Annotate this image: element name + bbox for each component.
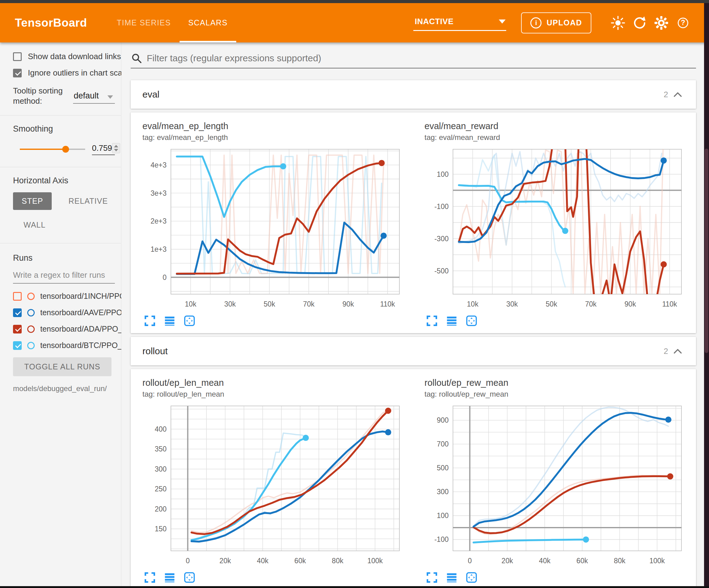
svg-text:3e+3: 3e+3 xyxy=(151,189,166,197)
info-icon: i xyxy=(530,17,542,28)
run-row-btc[interactable]: tensorboard/BTC/PPO_1 xyxy=(13,341,115,350)
fit-domain-button[interactable] xyxy=(184,315,195,328)
svg-text:1e+3: 1e+3 xyxy=(151,245,166,253)
section-chart-count: 2 xyxy=(664,347,668,356)
chart-tile-ep-len-mean: rollout/ep_len_mean tag: rollout/ep_len_… xyxy=(142,378,411,586)
tab-scalars[interactable]: SCALARS xyxy=(180,3,236,43)
svg-text:350: 350 xyxy=(155,445,166,453)
svg-text:30k: 30k xyxy=(506,300,518,308)
brightness-toggle-button[interactable] xyxy=(609,14,627,32)
line-chart[interactable]: 020k40k60k80k100k900700500300100-100 xyxy=(424,402,693,570)
scrollbar-thumb[interactable] xyxy=(705,149,708,353)
svg-text:50k: 50k xyxy=(546,300,558,308)
svg-text:300: 300 xyxy=(155,465,166,473)
settings-sidebar: Show data download links Ignore outliers… xyxy=(0,43,121,586)
fit-domain-button[interactable] xyxy=(466,315,477,328)
chart-title: rollout/ep_rew_mean xyxy=(424,378,693,388)
help-button[interactable]: ? xyxy=(674,14,692,32)
toggle-all-runs-button[interactable]: TOGGLE ALL RUNS xyxy=(13,357,111,376)
settings-button[interactable] xyxy=(653,14,670,32)
status-dropdown[interactable]: INACTIVE xyxy=(413,15,506,31)
svg-text:2e+3: 2e+3 xyxy=(151,217,166,225)
svg-text:100: 100 xyxy=(437,170,449,178)
runs-filter-field xyxy=(13,269,115,284)
fit-domain-button[interactable] xyxy=(466,572,477,584)
line-chart[interactable]: 10k30k50k70k90k110k100-100-300-500 xyxy=(424,145,693,313)
slider-thumb[interactable] xyxy=(62,146,69,153)
refresh-button[interactable] xyxy=(631,14,648,32)
smoothing-value-box[interactable]: 0.759 xyxy=(92,143,115,155)
svg-text:-300: -300 xyxy=(435,235,449,243)
run-checkbox[interactable] xyxy=(13,325,22,333)
svg-text:-100: -100 xyxy=(435,203,449,210)
expand-chart-button[interactable] xyxy=(426,315,438,328)
toggle-y-axis-button[interactable] xyxy=(446,572,457,584)
svg-text:200: 200 xyxy=(155,505,166,513)
run-row-1inch[interactable]: tensorboard/1INCH/PPO_1 xyxy=(13,292,115,301)
chart-tag: tag: rollout/ep_len_mean xyxy=(142,390,411,399)
chart-title: rollout/ep_len_mean xyxy=(142,378,411,388)
expand-chart-button[interactable] xyxy=(426,572,438,584)
chart-tag: tag: rollout/ep_rew_mean xyxy=(424,390,693,399)
svg-text:100k: 100k xyxy=(367,557,383,565)
chevron-up-icon[interactable] xyxy=(673,348,682,354)
svg-text:60k: 60k xyxy=(577,557,588,565)
section-header-eval[interactable]: eval 2 xyxy=(131,80,696,109)
smoothing-slider[interactable] xyxy=(20,149,85,150)
run-color-swatch xyxy=(27,309,35,316)
smoothing-value: 0.759 xyxy=(92,143,112,153)
expand-chart-button[interactable] xyxy=(144,315,155,328)
show-download-links-checkbox[interactable]: Show data download links xyxy=(13,52,115,61)
expand-chart-button[interactable] xyxy=(144,572,155,584)
runs-log-directory: models/debugged_eval_run/ xyxy=(13,384,115,393)
search-icon xyxy=(131,53,142,63)
svg-text:10k: 10k xyxy=(467,300,479,308)
brightness-icon xyxy=(611,16,625,30)
stepper-up-icon[interactable] xyxy=(114,145,118,147)
section-body-eval: eval/mean_ep_length tag: eval/mean_ep_le… xyxy=(131,112,696,333)
checkbox-icon[interactable] xyxy=(13,52,22,61)
line-chart[interactable]: 10k30k50k70k90k110k01e+32e+33e+34e+3 xyxy=(142,145,411,313)
run-color-swatch xyxy=(27,292,35,300)
toggle-y-axis-button[interactable] xyxy=(164,315,175,328)
svg-text:70k: 70k xyxy=(585,300,597,308)
svg-text:300: 300 xyxy=(437,488,449,496)
run-name: tensorboard/ADA/PPO_1 xyxy=(40,325,127,333)
svg-text:40k: 40k xyxy=(257,557,269,565)
ignore-outliers-checkbox[interactable]: Ignore outliers in chart scaling xyxy=(13,68,115,78)
svg-text:40k: 40k xyxy=(539,557,551,565)
upload-button[interactable]: i UPLOAD xyxy=(521,12,592,33)
run-checkbox[interactable] xyxy=(13,341,22,350)
axis-option-relative[interactable]: RELATIVE xyxy=(60,192,116,210)
checkbox-icon[interactable] xyxy=(13,69,22,77)
section-header-rollout[interactable]: rollout 2 xyxy=(131,337,696,365)
number-stepper[interactable] xyxy=(112,143,120,153)
run-row-aave[interactable]: tensorboard/AAVE/PPO_1 xyxy=(13,308,115,317)
runs-label: Runs xyxy=(13,253,115,263)
tab-time-series[interactable]: TIME SERIES xyxy=(108,3,180,43)
axis-option-step[interactable]: STEP xyxy=(13,192,52,210)
scrollbar-track[interactable] xyxy=(704,3,709,586)
chevron-up-icon[interactable] xyxy=(673,91,682,98)
stepper-down-icon[interactable] xyxy=(114,149,118,151)
run-checkbox[interactable] xyxy=(13,308,22,317)
help-icon: ? xyxy=(678,18,688,28)
fit-domain-button[interactable] xyxy=(184,572,195,584)
chart-title: eval/mean_ep_length xyxy=(142,121,411,131)
toggle-y-axis-button[interactable] xyxy=(446,315,457,328)
line-chart[interactable]: 020k40k60k80k100k150200250300350400 xyxy=(142,402,411,570)
tooltip-sorting-dropdown[interactable]: default xyxy=(73,86,115,104)
section-name: rollout xyxy=(142,346,168,356)
axis-option-wall[interactable]: WALL xyxy=(15,216,54,234)
runs-filter-input[interactable] xyxy=(13,269,115,283)
smoothing-label: Smoothing xyxy=(13,124,115,134)
svg-text:0: 0 xyxy=(186,557,190,565)
svg-text:4e+3: 4e+3 xyxy=(151,161,166,169)
toggle-y-axis-button[interactable] xyxy=(164,572,175,584)
tag-filter-input[interactable] xyxy=(147,53,695,63)
upload-button-label: UPLOAD xyxy=(547,18,582,27)
run-checkbox[interactable] xyxy=(13,292,22,301)
run-row-ada[interactable]: tensorboard/ADA/PPO_1 xyxy=(13,325,115,333)
svg-text:110k: 110k xyxy=(380,300,395,308)
chart-tag: tag: eval/mean_ep_length xyxy=(142,133,411,142)
